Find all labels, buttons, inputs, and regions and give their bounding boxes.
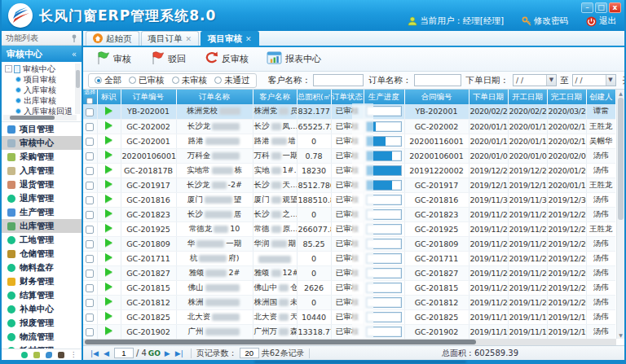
row-checkbox[interactable] — [86, 284, 94, 292]
shortcut-user-icon[interactable] — [58, 352, 64, 358]
table-row[interactable]: GC-201925常德龙10常德原…266077.835..已审核GC-2019… — [83, 221, 615, 236]
pin-icon[interactable] — [71, 34, 77, 42]
table-row[interactable]: YB-202001株洲党校株洲党员…832.177已审核YB-202001202… — [83, 104, 615, 119]
table-row[interactable]: GC-202001路港路港墙0已审核202001160012020/01/162… — [83, 134, 615, 148]
shortcut-cart-icon[interactable] — [33, 352, 40, 358]
sidebar-item-审核中心[interactable]: 审核中心 — [2, 136, 82, 150]
select-all-checkbox[interactable] — [86, 98, 93, 104]
sidebar-item-出库管理[interactable]: 出库管理 — [2, 219, 82, 233]
sidebar-item-财务管理[interactable]: 财务管理 — [2, 274, 82, 288]
order-name-input[interactable] — [414, 74, 461, 86]
tab-项目订单[interactable]: 项目订单✕ — [141, 31, 200, 46]
table-row[interactable]: GC-201812株洲株洲国未来0已审核GC-2018122019/11/202… — [83, 295, 615, 309]
customer-name-input[interactable] — [313, 74, 364, 86]
sidebar-item-补单中心[interactable]: 补单中心 — [2, 302, 82, 316]
column-header-合同编号: 合同编号 — [404, 90, 469, 104]
row-checkbox[interactable] — [86, 299, 94, 307]
row-checkbox[interactable] — [86, 123, 94, 131]
go-button[interactable]: GO — [148, 349, 161, 357]
sidebar-item-报废管理[interactable]: 报废管理 — [2, 316, 82, 330]
start-date-cell: 2019/12/20 — [508, 163, 547, 178]
row-checkbox[interactable] — [86, 211, 94, 219]
tree-expander-icon[interactable]: - — [5, 65, 12, 72]
row-checkbox[interactable] — [86, 167, 94, 175]
row-checkbox[interactable] — [86, 328, 94, 336]
shortcut-leaf-icon[interactable] — [46, 352, 52, 358]
redacted-text — [279, 284, 289, 292]
table-row[interactable]: GC-201902广州广州万森林13318.775已审核GC-201902201… — [83, 324, 615, 339]
toolbar-button-报表中心[interactable]: 报表中心 — [263, 50, 324, 68]
table-row[interactable]: GC-201816厦门望厦门观望188510.818已审核GC-20181620… — [83, 192, 615, 207]
approved-mark-icon — [105, 283, 112, 291]
page-number-input[interactable] — [114, 348, 134, 358]
sidebar-item-工地管理[interactable]: 工地管理 — [2, 233, 82, 247]
sidebar-item-生产管理[interactable]: 生产管理 — [2, 205, 82, 219]
row-checkbox[interactable] — [86, 138, 94, 146]
table-row[interactable]: GC-201815佛山佛山中仓库2626已审核GC-2018152019/11/… — [83, 280, 615, 295]
close-button[interactable]: x — [609, 2, 621, 13]
row-checkbox[interactable] — [86, 182, 94, 190]
sidebar-group-header[interactable]: 审核中心 « — [2, 46, 82, 62]
sidebar-item-入库管理[interactable]: 入库管理 — [2, 164, 82, 178]
start-date-cell: 2019/11/30 — [508, 192, 547, 207]
toolbar-button-审核[interactable]: 审核 — [91, 49, 134, 69]
row-checkbox[interactable] — [86, 152, 94, 160]
table-row[interactable]: GC-201711杭府)0已审核GC-2017112019/11/202019/… — [83, 251, 615, 265]
radio-未通过[interactable]: 未通过 — [214, 75, 250, 86]
sidebar-item-物流管理[interactable]: 物流管理 — [2, 330, 82, 344]
table-row[interactable]: GC-201827雅颂2#雅颂12#0已审核GC-2018272019/11/2… — [83, 265, 615, 280]
row-checkbox[interactable] — [86, 255, 94, 263]
overflow-icon[interactable]: ⋮ — [70, 352, 77, 358]
sidebar-item-结算管理[interactable]: 结算管理 — [2, 288, 82, 302]
radio-全部[interactable]: 全部 — [95, 75, 121, 86]
row-checkbox[interactable] — [86, 196, 94, 204]
row-checkbox[interactable] — [86, 108, 94, 116]
order-date-from-picker[interactable]: / /▼ — [513, 74, 557, 86]
last-page-button[interactable]: ▶| — [175, 349, 183, 357]
collapse-icon[interactable]: « — [72, 50, 77, 59]
tab-close-icon[interactable]: ✕ — [186, 35, 192, 43]
row-checkbox[interactable] — [86, 240, 94, 248]
table-row[interactable]: GC-201917长沙龙-2#长沙天…8512.78600..已审核GC-201… — [83, 178, 615, 192]
tab-close-icon[interactable]: ✕ — [245, 35, 252, 43]
radio-未审核[interactable]: 未审核 — [172, 75, 208, 86]
toolbar-button-驳回[interactable]: 驳回 — [146, 49, 189, 69]
row-checkbox[interactable] — [86, 226, 94, 234]
tree-root[interactable]: - 审核中心 — [5, 64, 74, 74]
order-date-to-picker[interactable]: / /▼ — [572, 74, 616, 86]
minimize-button[interactable]: – — [581, 2, 593, 13]
tree-horizontal-scrollbar[interactable] — [3, 115, 77, 121]
table-row[interactable]: GC-201825北大资北大资天…10440已审核GC-2018252019/1… — [83, 309, 615, 324]
tree-item-1[interactable]: 入库审核 — [5, 85, 74, 95]
sidebar-item-退货管理[interactable]: 退货管理 — [2, 178, 82, 191]
table-row[interactable]: GC-201823长沙居长沙之…0已审核GC-2018232019/11/272… — [83, 207, 615, 221]
logout-button[interactable]: 退出 — [586, 15, 616, 27]
table-row[interactable]: GC-201809华一期华润期85.25已审核GC-2018092019/11/… — [83, 236, 615, 251]
table-row[interactable]: GC-201817B实地常栋实地1#…18230已审核2019122000220… — [83, 163, 615, 178]
tree-item-0[interactable]: 项目审核 — [5, 74, 74, 85]
tree-item-2[interactable]: 出库审核 — [5, 95, 74, 106]
row-checkbox[interactable] — [86, 270, 94, 278]
row-checkbox[interactable] — [86, 314, 94, 322]
table-vertical-scrollbar[interactable]: ▲ ▼ — [616, 90, 624, 339]
first-page-button[interactable]: |◀ — [90, 349, 99, 357]
sidebar-item-仓储管理[interactable]: 仓储管理 — [2, 247, 82, 261]
next-page-button[interactable]: ▶ — [165, 349, 170, 357]
sidebar-item-项目管理[interactable]: 项目管理 — [2, 122, 82, 136]
change-password-button[interactable]: 修改密码 — [522, 15, 568, 27]
sidebar-item-物料盘存[interactable]: 物料盘存 — [2, 261, 82, 274]
tree-vertical-scrollbar[interactable] — [75, 64, 81, 114]
table-row[interactable]: GC-202002长沙龙长沙凤…65525.7200..已审核GC-202002… — [83, 119, 615, 134]
toolbar-button-反审核[interactable]: 反审核 — [201, 50, 252, 68]
shortcut-dot-icon[interactable] — [21, 352, 28, 358]
tab-起始页[interactable]: 起始页 — [86, 31, 139, 46]
sidebar-item-退库管理[interactable]: 退库管理 — [2, 191, 82, 205]
maximize-button[interactable]: □ — [595, 2, 607, 13]
prev-page-button[interactable]: ◀ — [104, 349, 109, 357]
radio-已审核[interactable]: 已审核 — [129, 75, 165, 86]
tab-项目审核[interactable]: 项目审核✕ — [201, 31, 259, 46]
page-size-input[interactable] — [240, 348, 259, 358]
table-horizontal-scrollbar[interactable] — [83, 339, 616, 345]
sidebar-item-采购管理[interactable]: 采购管理 — [2, 150, 82, 164]
table-row[interactable]: 20200106001万科金万科一期0.78已审核202001060012020… — [83, 148, 615, 163]
